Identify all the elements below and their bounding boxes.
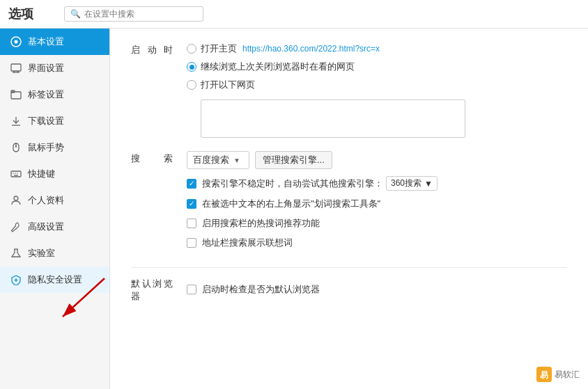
checkbox-suggest-box[interactable] bbox=[187, 238, 196, 248]
sidebar-item-shortcut[interactable]: 快捷键 bbox=[0, 161, 109, 187]
sidebar-item-tabs[interactable]: 标签设置 bbox=[0, 81, 109, 108]
search-box[interactable]: 🔍 bbox=[64, 6, 203, 22]
search-engine-value: 百度搜索 bbox=[193, 154, 229, 166]
header: 选项 🔍 bbox=[0, 0, 588, 29]
checkbox-show-toolbar-box[interactable] bbox=[187, 199, 196, 209]
inline-chevron-icon: ▼ bbox=[424, 179, 433, 189]
search-icon: 🔍 bbox=[70, 9, 81, 19]
search-engine-select[interactable]: 百度搜索 ▼ bbox=[187, 151, 249, 169]
checkbox-suggest[interactable]: 地址栏搜索展示联想词 bbox=[187, 237, 567, 249]
startup-option-home[interactable]: 打开主页 https://hao.360.com/2022.html?src=x bbox=[187, 42, 567, 55]
search-input[interactable] bbox=[84, 9, 196, 19]
settings-circle-icon bbox=[10, 35, 22, 48]
sidebar-item-interface[interactable]: 界面设置 bbox=[0, 55, 109, 81]
startup-url-textarea[interactable] bbox=[201, 100, 465, 138]
shield-plus-icon bbox=[10, 273, 22, 286]
sidebar-item-profile[interactable]: 个人资料 bbox=[0, 187, 109, 214]
svg-point-1 bbox=[15, 40, 18, 44]
svg-text:易: 易 bbox=[540, 370, 548, 380]
sidebar-item-privacy[interactable]: 隐私安全设置 bbox=[0, 267, 109, 293]
radio-open-url[interactable] bbox=[187, 80, 196, 90]
wrench-icon bbox=[10, 221, 22, 233]
radio-continue-label: 继续浏览上次关闭浏览器时在看的网页 bbox=[201, 61, 355, 73]
sidebar-item-download[interactable]: 下载设置 bbox=[0, 108, 109, 134]
checkbox-hot-search-box[interactable] bbox=[187, 219, 196, 228]
sidebar-label-privacy: 隐私安全设置 bbox=[28, 273, 82, 286]
checkbox-auto-fallback-label: 搜索引擎不稳定时，自动尝试其他搜索引擎： bbox=[202, 177, 383, 190]
page-title: 选项 bbox=[8, 6, 50, 22]
startup-option-continue[interactable]: 继续浏览上次关闭浏览器时在看的网页 bbox=[187, 61, 567, 73]
sidebar-item-basic[interactable]: 基本设置 bbox=[0, 29, 109, 55]
home-url-link[interactable]: https://hao.360.com/2022.html?src=x bbox=[242, 44, 380, 54]
sidebar-item-mouse[interactable]: 鼠标手势 bbox=[0, 134, 109, 161]
sidebar-label-advanced: 高级设置 bbox=[28, 221, 64, 233]
watermark-logo: 易 bbox=[536, 367, 552, 382]
sidebar-label-lab: 实验室 bbox=[28, 247, 55, 260]
main-layout: 基本设置 界面设置 标签设置 bbox=[0, 29, 588, 389]
tabs-icon bbox=[10, 88, 22, 101]
sidebar-item-advanced[interactable]: 高级设置 bbox=[0, 214, 109, 240]
content-area: 启动时 打开主页 https://hao.360.com/2022.html?s… bbox=[110, 29, 588, 389]
radio-continue[interactable] bbox=[187, 62, 196, 72]
checkbox-suggest-label: 地址栏搜索展示联想词 bbox=[202, 237, 293, 249]
inline-search-engine-select[interactable]: 360搜索 ▼ bbox=[386, 176, 438, 191]
checkbox-hot-search-label: 启用搜索栏的热搜词推荐功能 bbox=[202, 217, 320, 230]
checkbox-auto-fallback[interactable]: 搜索引擎不稳定时，自动尝试其他搜索引擎： 360搜索 ▼ bbox=[187, 176, 567, 191]
search-engine-row: 百度搜索 ▼ 管理搜索引擎... bbox=[187, 151, 567, 169]
sidebar-label-basic: 基本设置 bbox=[28, 35, 64, 48]
sidebar-label-tabs: 标签设置 bbox=[28, 88, 64, 101]
download-icon bbox=[10, 115, 22, 127]
search-label: 搜索 bbox=[131, 151, 173, 165]
sidebar-label-mouse: 鼠标手势 bbox=[28, 141, 64, 154]
watermark-text: 易软汇 bbox=[555, 369, 580, 381]
mouse-icon bbox=[10, 141, 22, 154]
startup-option-url[interactable]: 打开以下网页 bbox=[187, 79, 567, 91]
checkbox-default-browser-box[interactable] bbox=[187, 285, 196, 294]
checkbox-default-browser-label: 启动时检查是否为默认浏览器 bbox=[202, 283, 320, 296]
svg-rect-2 bbox=[11, 64, 21, 71]
checkbox-show-toolbar-label: 在被选中文本的右上角显示"划词搜索工具条" bbox=[202, 198, 380, 210]
sidebar-label-interface: 界面设置 bbox=[28, 62, 64, 74]
radio-open-home-label: 打开主页 bbox=[201, 42, 237, 55]
monitor-icon bbox=[10, 62, 22, 74]
radio-open-url-label: 打开以下网页 bbox=[201, 79, 255, 91]
sidebar-label-shortcut: 快捷键 bbox=[28, 168, 55, 180]
flask-icon bbox=[10, 247, 22, 260]
keyboard-icon bbox=[10, 168, 22, 180]
startup-content: 打开主页 https://hao.360.com/2022.html?src=x… bbox=[187, 42, 567, 140]
bottom-label: 默认浏览器 bbox=[131, 276, 173, 303]
checkbox-hot-search[interactable]: 启用搜索栏的热搜词推荐功能 bbox=[187, 217, 567, 230]
svg-rect-13 bbox=[11, 171, 21, 177]
svg-point-18 bbox=[14, 196, 18, 200]
radio-open-home[interactable] bbox=[187, 44, 196, 54]
manage-search-engines-button[interactable]: 管理搜索引擎... bbox=[255, 151, 332, 169]
startup-label: 启动时 bbox=[131, 42, 173, 56]
sidebar-item-lab[interactable]: 实验室 bbox=[0, 240, 109, 267]
sidebar-label-download: 下载设置 bbox=[28, 115, 64, 127]
search-content: 百度搜索 ▼ 管理搜索引擎... 搜索引擎不稳定时，自动尝试其他搜索引擎： 36… bbox=[187, 151, 567, 256]
inline-engine-value: 360搜索 bbox=[391, 177, 421, 189]
chevron-down-icon: ▼ bbox=[233, 157, 240, 164]
checkbox-auto-fallback-box[interactable] bbox=[187, 179, 196, 189]
svg-point-12 bbox=[15, 145, 17, 147]
search-section: 搜索 百度搜索 ▼ 管理搜索引擎... 搜索引擎不稳定时，自动尝试其他搜索引擎：… bbox=[131, 151, 567, 256]
sidebar-label-profile: 个人资料 bbox=[28, 194, 64, 207]
startup-section: 启动时 打开主页 https://hao.360.com/2022.html?s… bbox=[131, 42, 567, 140]
person-icon bbox=[10, 194, 22, 207]
bottom-section: 默认浏览器 启动时检查是否为默认浏览器 bbox=[131, 267, 567, 303]
watermark: 易 易软汇 bbox=[536, 367, 580, 382]
sidebar: 基本设置 界面设置 标签设置 bbox=[0, 29, 110, 389]
checkbox-show-toolbar[interactable]: 在被选中文本的右上角显示"划词搜索工具条" bbox=[187, 198, 567, 210]
